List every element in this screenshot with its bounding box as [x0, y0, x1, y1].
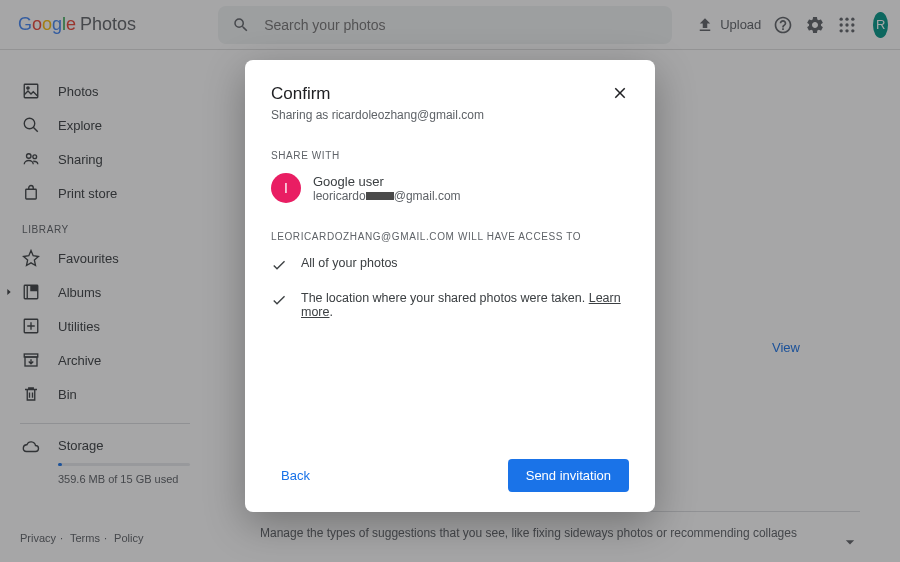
dialog-title: Confirm — [271, 84, 484, 104]
back-button[interactable]: Back — [271, 460, 320, 491]
dialog-subtitle: Sharing as ricardoleozhang@gmail.com — [271, 108, 484, 122]
access-item: The location where your shared photos we… — [271, 291, 629, 319]
modal-overlay: Confirm Sharing as ricardoleozhang@gmail… — [0, 0, 900, 562]
contact-name: Google user — [313, 174, 461, 189]
close-icon — [611, 84, 629, 102]
check-icon — [271, 292, 287, 308]
confirm-dialog: Confirm Sharing as ricardoleozhang@gmail… — [245, 60, 655, 512]
contact-avatar: I — [271, 173, 301, 203]
access-item: All of your photos — [271, 256, 629, 273]
access-label: LEORICARDOZHANG@GMAIL.COM WILL HAVE ACCE… — [271, 231, 629, 242]
close-button[interactable] — [611, 84, 629, 105]
contact-email: leoricardo@gmail.com — [313, 189, 461, 203]
share-with-label: SHARE WITH — [271, 150, 629, 161]
check-icon — [271, 257, 287, 273]
contact-row: I Google user leoricardo@gmail.com — [271, 173, 629, 203]
send-invitation-button[interactable]: Send invitation — [508, 459, 629, 492]
access-list: All of your photos The location where yo… — [271, 256, 629, 319]
